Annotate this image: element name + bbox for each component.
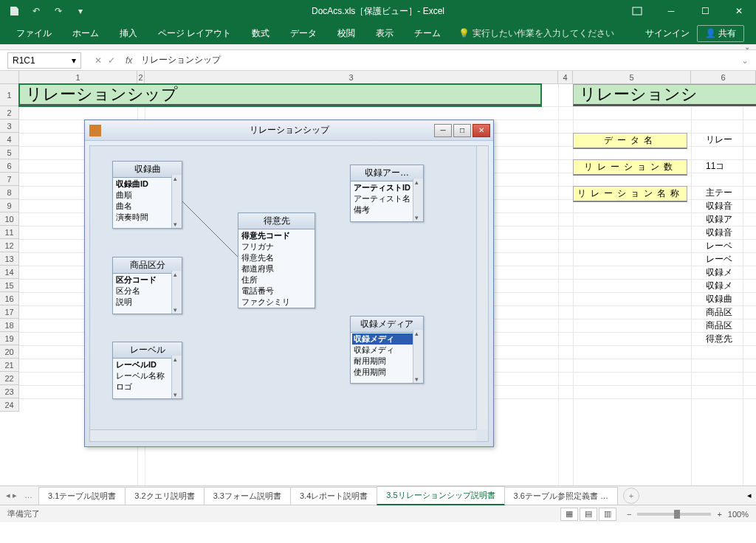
cell-value[interactable]: レーベ xyxy=(706,253,732,266)
close-icon[interactable]: ✕ xyxy=(722,0,756,22)
zoom-level[interactable]: 100% xyxy=(728,510,749,519)
cell-value[interactable]: 収録音 xyxy=(706,200,732,212)
row-header[interactable]: 20 xyxy=(0,345,18,359)
tab-formulas[interactable]: 数式 xyxy=(241,22,280,44)
sheet-tab[interactable]: 3.3フォーム説明書 xyxy=(204,487,291,505)
row-header[interactable]: 12 xyxy=(0,239,18,252)
scrollbar[interactable] xyxy=(413,179,423,221)
field[interactable]: 曲順 xyxy=(114,190,180,201)
row-header[interactable]: 9 xyxy=(0,199,18,212)
field[interactable]: 演奏時間 xyxy=(114,212,180,223)
field[interactable]: 都道府県 xyxy=(240,263,313,274)
cell-title-b[interactable]: リレーションシ xyxy=(573,84,756,106)
table-customer[interactable]: 得意先 得意先コードフリガナ得意先名都道府県住所電話番号ファクシミリ xyxy=(238,212,315,308)
chevron-down-icon[interactable]: ▾ xyxy=(72,55,76,66)
ribbon-expand-icon[interactable]: ⌄ xyxy=(744,43,750,51)
select-all-corner[interactable] xyxy=(0,71,19,83)
field[interactable]: 電話番号 xyxy=(240,286,313,297)
tab-data[interactable]: データ xyxy=(280,22,327,44)
row-header[interactable]: 7 xyxy=(0,173,18,186)
ribbon-options-icon[interactable] xyxy=(620,0,654,22)
hscroll-left-icon[interactable]: ◂ xyxy=(743,491,756,500)
sheet-tab[interactable]: 3.4レポート説明書 xyxy=(290,487,377,505)
col-header[interactable]: 1 xyxy=(19,71,137,83)
embed-maximize-icon[interactable]: □ xyxy=(453,124,471,137)
tab-team[interactable]: チーム xyxy=(404,22,451,44)
row-header[interactable]: 6 xyxy=(0,159,18,173)
embed-hscroll[interactable] xyxy=(90,429,476,441)
fx-icon[interactable]: fx xyxy=(121,55,137,66)
col-header[interactable]: 5 xyxy=(573,71,691,83)
field[interactable]: フリガナ xyxy=(240,241,313,252)
table-artist[interactable]: 収録アー… アーティストIDアーティスト名備考 xyxy=(350,165,424,222)
cell-value[interactable]: 収録メ xyxy=(706,280,732,292)
zoom-in-icon[interactable]: + xyxy=(717,510,721,519)
redo-icon[interactable]: ↷ xyxy=(49,1,68,21)
scrollbar[interactable] xyxy=(171,271,182,314)
field[interactable]: ロゴ xyxy=(114,381,180,392)
undo-icon[interactable]: ↶ xyxy=(27,1,46,21)
cell-title-a[interactable]: リレーションシップ xyxy=(19,84,541,106)
field[interactable]: 曲名 xyxy=(114,201,180,212)
zoom-slider[interactable] xyxy=(637,513,711,516)
cell-value[interactable]: 得意先 xyxy=(706,333,732,345)
name-box[interactable]: R1C1▾ xyxy=(7,52,81,69)
table-recsong[interactable]: 収録曲 収録曲ID曲順曲名演奏時間 xyxy=(112,161,182,229)
field[interactable]: 耐用期間 xyxy=(352,356,422,367)
relationship-canvas[interactable]: 収録曲 収録曲ID曲順曲名演奏時間 商品区分 区分コード区分名説明 レーベル レ… xyxy=(89,145,489,442)
save-icon[interactable] xyxy=(4,1,24,21)
row-header[interactable]: 24 xyxy=(0,398,18,412)
sheet-tab-active[interactable]: 3.5リレーションシップ説明書 xyxy=(377,486,504,505)
field[interactable]: 説明 xyxy=(114,297,180,308)
row-header[interactable]: 13 xyxy=(0,252,18,266)
signin-link[interactable]: サインイン xyxy=(645,27,690,40)
table-category[interactable]: 商品区分 区分コード区分名説明 xyxy=(112,257,182,314)
cell-value[interactable]: レーベ xyxy=(706,240,732,252)
sheet-nav[interactable]: ◂ ▸ … xyxy=(0,491,38,500)
tab-page-layout[interactable]: ページ レイアウト xyxy=(148,22,241,44)
tab-home[interactable]: ホーム xyxy=(62,22,109,44)
field[interactable]: 得意先名 xyxy=(240,252,313,263)
page-break-view-icon[interactable]: ▥ xyxy=(599,508,616,521)
field-pk[interactable]: レーベルID xyxy=(114,359,180,370)
embed-close-icon[interactable]: ✕ xyxy=(472,124,490,137)
cells[interactable]: リレーションシップ リレーションシ データ名 リレーション数 リレーション名称 … xyxy=(19,84,756,485)
scrollbar[interactable] xyxy=(171,356,182,398)
row-header[interactable]: 18 xyxy=(0,319,18,332)
row-header[interactable]: 1 xyxy=(0,84,18,106)
tab-view[interactable]: 表示 xyxy=(365,22,404,44)
field-pk[interactable]: 収録メディ xyxy=(352,333,422,345)
cell-value[interactable]: 収録メ xyxy=(706,266,732,279)
tab-review[interactable]: 校閲 xyxy=(327,22,365,44)
row-header[interactable]: 2 xyxy=(0,106,18,120)
maximize-icon[interactable]: ☐ xyxy=(688,0,722,22)
cell-value[interactable]: 収録曲 xyxy=(706,293,732,305)
row-header[interactable]: 17 xyxy=(0,305,18,319)
cancel-icon[interactable]: ✕ xyxy=(94,55,102,66)
cell-value[interactable]: 主テー xyxy=(706,187,732,199)
field[interactable]: 区分名 xyxy=(114,286,180,297)
cell-value[interactable]: 商品区 xyxy=(706,319,732,332)
add-sheet-icon[interactable]: + xyxy=(623,488,639,504)
table-media[interactable]: 収録メディア 収録メディ収録メディ耐用期間使用期間 xyxy=(350,316,424,384)
tell-me[interactable]: 💡実行したい作業を入力してください xyxy=(458,27,614,40)
sheet-tab[interactable]: 3.1テーブル説明書 xyxy=(38,487,126,505)
tab-insert[interactable]: 挿入 xyxy=(109,22,148,44)
field[interactable]: ファクシミリ xyxy=(240,297,313,308)
field[interactable]: レーベル名称 xyxy=(114,370,180,381)
relationship-titlebar[interactable]: リレーションシップ ─ □ ✕ xyxy=(85,120,493,141)
zoom-out-icon[interactable]: − xyxy=(627,510,631,519)
field[interactable]: アーティスト名 xyxy=(352,193,422,204)
minimize-icon[interactable]: ─ xyxy=(654,0,688,22)
row-header[interactable]: 8 xyxy=(0,186,18,199)
cell-value[interactable]: 11コ xyxy=(706,160,724,173)
cell-value[interactable]: 収録ア xyxy=(706,213,732,226)
field[interactable]: 備考 xyxy=(352,204,422,215)
row-header[interactable]: 11 xyxy=(0,226,18,239)
row-header[interactable]: 23 xyxy=(0,385,18,398)
field[interactable]: 収録メディ xyxy=(352,345,422,356)
cell-value[interactable]: リレー xyxy=(706,134,732,146)
row-header[interactable]: 3 xyxy=(0,120,18,133)
cell-value[interactable]: 収録音 xyxy=(706,226,732,239)
formula-input[interactable]: リレーションシップ xyxy=(137,52,734,68)
